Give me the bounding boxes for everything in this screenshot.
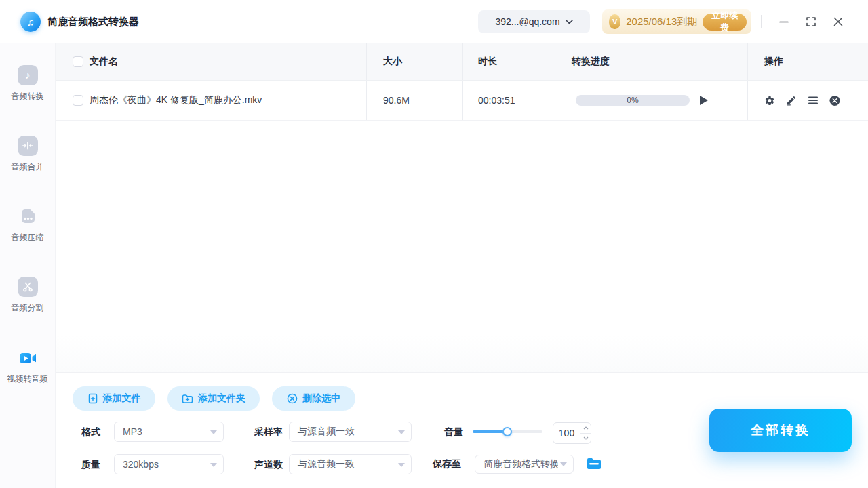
maximize-button[interactable] xyxy=(804,15,818,28)
add-file-button[interactable]: 添加文件 xyxy=(73,386,155,411)
sidebar-item-label: 音频压缩 xyxy=(12,232,44,243)
sidebar-item-audio-compress[interactable]: 音频压缩 xyxy=(0,206,55,243)
save-to-label: 保存至 xyxy=(433,453,461,474)
sidebar-item-audio-merge[interactable]: 音频合并 xyxy=(0,136,55,173)
header-cell-duration: 时长 xyxy=(463,43,559,80)
format-label: 格式 xyxy=(81,422,100,442)
header-label-progress: 转换进度 xyxy=(572,56,610,68)
minimize-button[interactable] xyxy=(777,15,791,28)
video-to-audio-icon xyxy=(18,348,38,368)
file-list-empty-area xyxy=(56,121,868,373)
folder-icon xyxy=(587,458,601,470)
minimize-icon xyxy=(779,17,789,26)
spinner-up-icon[interactable] xyxy=(580,423,591,434)
vip-expiry-text: 2025/06/13到期 xyxy=(626,16,697,28)
browse-folder-button[interactable] xyxy=(586,455,602,472)
volume-label: 音量 xyxy=(444,422,463,442)
brand: ♫ 简鹿音频格式转换器 xyxy=(20,12,139,32)
sample-rate-value: 与源音频一致 xyxy=(298,426,355,438)
play-icon[interactable] xyxy=(700,96,708,105)
dropdown-caret-icon xyxy=(210,463,217,470)
quality-label: 质量 xyxy=(81,454,100,474)
volume-spinner xyxy=(553,422,591,444)
progress-bar: 0% xyxy=(576,95,690,106)
sample-rate-label: 采样率 xyxy=(254,422,283,442)
row-cell-name: 周杰伦《夜曲》4K 修复版_简鹿办公.mkv xyxy=(56,81,367,120)
header-label-size: 大小 xyxy=(383,56,402,68)
remove-icon[interactable] xyxy=(829,95,840,106)
add-folder-icon xyxy=(182,393,193,404)
audio-split-icon xyxy=(18,277,38,297)
sample-rate-select[interactable]: 与源音频一致 xyxy=(289,422,412,442)
row-cell-progress: 0% xyxy=(559,81,748,120)
edit-icon[interactable] xyxy=(786,95,797,106)
sidebar-item-label: 音频合并 xyxy=(12,161,44,173)
menu-icon[interactable] xyxy=(808,95,818,106)
row-checkbox[interactable] xyxy=(73,95,83,106)
quality-select[interactable]: 320kbps xyxy=(114,454,224,474)
header-label-duration: 时长 xyxy=(478,56,497,68)
audio-convert-icon: ♪ xyxy=(18,65,38,85)
channels-label: 声道数 xyxy=(254,454,283,474)
header-label-actions: 操作 xyxy=(764,56,783,68)
convert-all-button[interactable]: 全部转换 xyxy=(709,409,852,452)
sidebar-item-audio-split[interactable]: 音频分割 xyxy=(0,277,55,314)
progress-label: 0% xyxy=(627,96,638,105)
channels-select[interactable]: 与源音频一致 xyxy=(289,454,412,474)
header-cell-name: 文件名 xyxy=(56,43,367,80)
channels-value: 与源音频一致 xyxy=(298,458,355,470)
table-row: 周杰伦《夜曲》4K 修复版_简鹿办公.mkv 90.6M 00:03:51 0% xyxy=(56,81,868,121)
file-size: 90.6M xyxy=(383,95,410,106)
app-window: ♫ 简鹿音频格式转换器 392...@qq.com V 2025/06/13到期… xyxy=(0,0,868,488)
titlebar: ♫ 简鹿音频格式转换器 392...@qq.com V 2025/06/13到期… xyxy=(0,0,868,43)
main-panel: 文件名 大小 时长 转换进度 操作 周杰伦《夜曲》4K 修复版_简鹿办公.mkv… xyxy=(56,43,868,488)
sidebar-item-video-to-audio[interactable]: 视频转音频 xyxy=(0,348,55,385)
account-dropdown[interactable]: 392...@qq.com xyxy=(478,10,590,33)
slider-handle[interactable] xyxy=(502,427,512,436)
account-email: 392...@qq.com xyxy=(495,16,559,27)
row-cell-size: 90.6M xyxy=(367,81,463,120)
add-file-label: 添加文件 xyxy=(103,392,141,405)
maximize-icon xyxy=(806,17,816,26)
settings-icon[interactable] xyxy=(764,95,775,106)
dropdown-caret-icon xyxy=(398,463,405,470)
add-folder-label: 添加文件夹 xyxy=(198,392,245,405)
delete-selected-button[interactable]: 删除选中 xyxy=(272,386,355,411)
close-button[interactable] xyxy=(831,15,845,28)
sidebar: ♪ 音频转换 音频合并 xyxy=(0,43,56,488)
vip-status-badge: V 2025/06/13到期 立即续费 xyxy=(602,9,751,34)
save-to-value: 简鹿音频格式转换器 xyxy=(484,458,558,470)
row-action-icons xyxy=(764,95,840,106)
file-duration: 00:03:51 xyxy=(478,95,515,106)
app-logo-music-note-icon: ♫ xyxy=(20,12,41,32)
delete-selected-icon xyxy=(287,393,298,404)
sidebar-item-audio-convert[interactable]: ♪ 音频转换 xyxy=(0,65,55,102)
header-label-name: 文件名 xyxy=(90,56,118,68)
save-to-select[interactable]: 简鹿音频格式转换器 xyxy=(475,455,574,474)
volume-input[interactable] xyxy=(553,423,580,443)
sidebar-item-label: 音频分割 xyxy=(12,302,44,314)
header-cell-actions: 操作 xyxy=(748,43,868,80)
renew-button[interactable]: 立即续费 xyxy=(703,14,747,30)
app-title: 简鹿音频格式转换器 xyxy=(47,16,139,28)
sidebar-item-label: 视频转音频 xyxy=(7,373,48,385)
audio-merge-icon xyxy=(18,136,38,156)
select-all-checkbox[interactable] xyxy=(73,56,83,67)
add-folder-button[interactable]: 添加文件夹 xyxy=(167,386,260,411)
audio-compress-icon xyxy=(18,206,38,226)
vip-crown-icon: V xyxy=(609,14,620,29)
chevron-down-icon xyxy=(566,20,573,24)
row-cell-actions xyxy=(748,81,868,120)
add-file-icon xyxy=(87,393,98,404)
table-header: 文件名 大小 时长 转换进度 操作 xyxy=(56,43,868,81)
header-cell-progress: 转换进度 xyxy=(559,43,748,80)
format-select[interactable]: MP3 xyxy=(114,422,224,442)
dropdown-caret-icon xyxy=(210,430,217,438)
row-cell-duration: 00:03:51 xyxy=(463,81,559,120)
dropdown-caret-icon xyxy=(560,462,567,470)
format-value: MP3 xyxy=(123,426,142,437)
volume-slider[interactable] xyxy=(473,422,542,442)
titlebar-divider xyxy=(761,15,762,28)
delete-selected-label: 删除选中 xyxy=(302,392,340,405)
spinner-down-icon[interactable] xyxy=(580,434,591,444)
